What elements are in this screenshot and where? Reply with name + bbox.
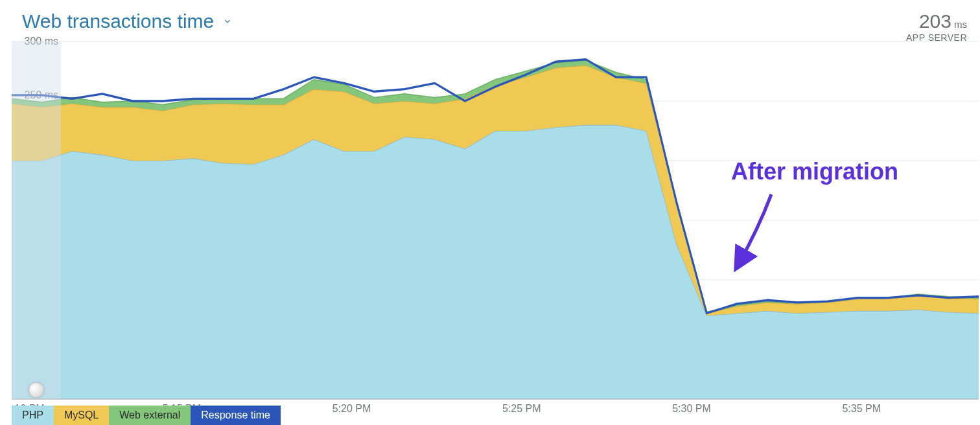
metric-unit: ms [954,19,967,30]
chart-legend: PHPMySQLWeb externalResponse time [12,406,281,425]
x-tick-label: 5:35 PM [842,403,881,415]
chart-title: Web transactions time [22,10,214,32]
chart-svg [12,41,979,399]
x-tick-label: 5:30 PM [672,403,711,415]
summary-metric: 203ms APP SERVER [906,10,967,43]
svg-marker-6 [12,125,979,399]
chart-area[interactable]: 50 ms100 ms150 ms200 ms250 ms300 ms :10 … [12,41,979,399]
plot-surface[interactable] [12,41,979,399]
chart-title-dropdown[interactable]: Web transactions time [22,10,232,32]
chevron-down-icon [223,17,232,26]
time-range-drag-handle[interactable] [29,382,44,398]
legend-item[interactable]: Response time [191,406,281,425]
legend-item[interactable]: Web external [109,406,191,425]
time-range-selection[interactable] [12,41,61,399]
legend-item[interactable]: MySQL [54,406,109,425]
legend-item[interactable]: PHP [12,406,54,425]
metric-value: 203 [919,10,951,32]
x-tick-label: 5:25 PM [502,403,541,415]
x-tick-label: 5:20 PM [332,403,371,415]
